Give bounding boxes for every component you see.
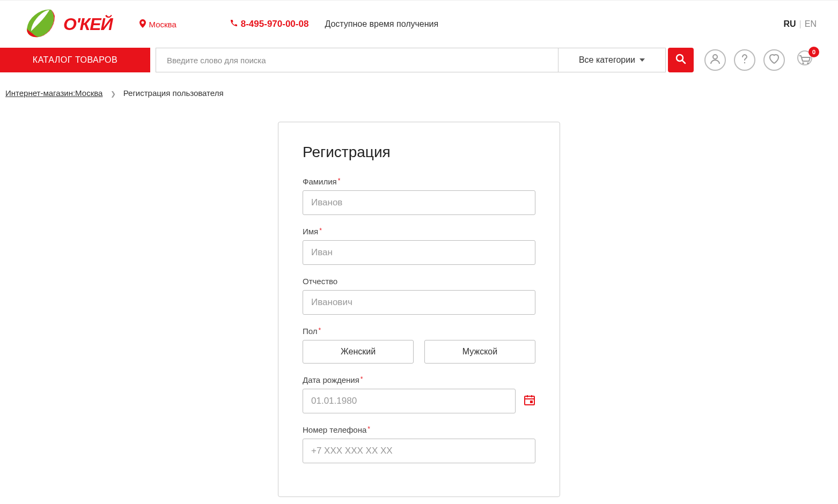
birthdate-group: Дата рождения* (303, 375, 535, 413)
firstname-group: Имя* (303, 227, 535, 265)
form-title: Регистрация (303, 144, 535, 161)
cart-button[interactable]: 0 (793, 49, 817, 71)
search-icon (675, 54, 686, 66)
catalog-button[interactable]: КАТАЛОГ ТОВАРОВ (0, 48, 150, 72)
svg-rect-11 (530, 401, 533, 403)
logo-icon (21, 9, 58, 40)
catalog-button-label: КАТАЛОГ ТОВАРОВ (33, 55, 117, 65)
birthdate-input[interactable] (303, 389, 516, 413)
patronymic-input[interactable] (303, 290, 535, 315)
location-text: Москва (149, 20, 177, 29)
categories-selector[interactable]: Все категории (558, 48, 666, 72)
chevron-right-icon: ❯ (111, 90, 116, 98)
required-mark: * (338, 177, 341, 184)
lang-ru[interactable]: RU (784, 19, 796, 29)
delivery-info[interactable]: Доступное время получения (325, 19, 438, 29)
breadcrumb-home[interactable]: Интернет-магазин:Москва (5, 88, 102, 98)
logo[interactable]: О'КЕЙ (21, 9, 113, 40)
svg-point-5 (802, 62, 804, 64)
svg-point-2 (713, 55, 717, 59)
firstname-input[interactable] (303, 240, 535, 265)
search-wrapper: Все категории (156, 48, 694, 72)
svg-rect-7 (525, 396, 534, 405)
gender-group: Пол* Женский Мужской (303, 327, 535, 364)
svg-point-6 (807, 62, 809, 64)
gender-female-button[interactable]: Женский (303, 340, 414, 364)
lastname-input[interactable] (303, 190, 535, 215)
header-icons: 0 (704, 49, 817, 71)
phone-label: Номер телефона* (303, 425, 535, 434)
location-selector[interactable]: Москва (139, 19, 177, 29)
lastname-label: Фамилия* (303, 177, 535, 186)
required-mark: * (367, 425, 370, 433)
required-mark: * (319, 327, 321, 334)
required-mark: * (361, 375, 363, 383)
cart-badge: 0 (808, 47, 819, 57)
categories-label: Все категории (579, 55, 635, 65)
svg-point-3 (744, 62, 745, 63)
logo-text: О'КЕЙ (63, 14, 113, 34)
phone-group: Номер телефона* (303, 425, 535, 463)
wishlist-button[interactable] (763, 49, 785, 71)
svg-line-1 (682, 61, 685, 63)
calendar-icon[interactable] (524, 394, 535, 408)
required-mark: * (319, 227, 322, 234)
registration-form: Регистрация Фамилия* Имя* Отчество Пол* … (278, 122, 560, 497)
location-pin-icon (139, 19, 146, 29)
birthdate-label: Дата рождения* (303, 375, 535, 384)
phone-link[interactable]: 8-495-970-00-08 (230, 19, 309, 29)
patronymic-label: Отчество (303, 277, 535, 286)
question-icon (741, 54, 748, 66)
help-button[interactable] (734, 49, 755, 71)
gender-label: Пол* (303, 327, 535, 336)
language-switcher: RU | EN (784, 19, 817, 29)
search-input[interactable] (156, 48, 558, 72)
profile-button[interactable] (704, 49, 726, 71)
chevron-down-icon (639, 58, 645, 62)
lang-divider: | (799, 19, 802, 29)
lastname-group: Фамилия* (303, 177, 535, 215)
gender-male-button[interactable]: Мужской (424, 340, 535, 364)
breadcrumb-current: Регистрация пользователя (123, 88, 224, 98)
patronymic-group: Отчество (303, 277, 535, 315)
phone-text: 8-495-970-00-08 (241, 19, 309, 29)
heart-icon (769, 54, 780, 66)
firstname-label: Имя* (303, 227, 535, 236)
user-icon (709, 53, 721, 67)
phone-icon (230, 19, 238, 29)
lang-en[interactable]: EN (805, 19, 817, 29)
search-button[interactable] (668, 48, 694, 72)
phone-input[interactable] (303, 439, 535, 463)
breadcrumb: Интернет-магазин:Москва ❯ Регистрация по… (0, 80, 838, 106)
